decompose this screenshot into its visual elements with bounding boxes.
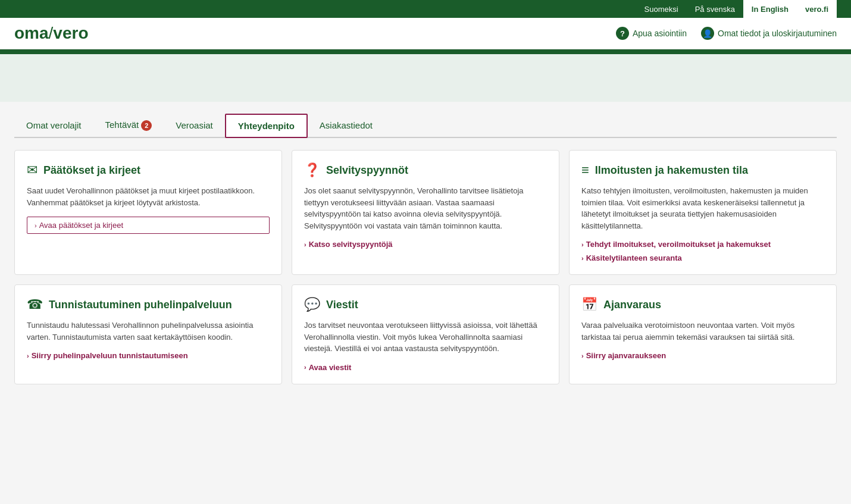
person-icon: 👤 [701, 27, 714, 40]
card-links-viestit: › Avaa viestit [304, 363, 547, 372]
banner-area [0, 54, 851, 102]
card-icon-ilmoitusten-tila: ≡ [581, 162, 589, 178]
green-divider-bar [0, 49, 851, 54]
lang-suomeksi[interactable]: Suomeksi [636, 0, 687, 18]
lang-verofi[interactable]: vero.fi [797, 0, 837, 18]
card-link-ilmoitusten-tila-0[interactable]: › Tehdyt ilmoitukset, veroilmoitukset ja… [581, 240, 824, 249]
card-heading-viestit: Viestit [326, 299, 358, 311]
card-description-ajanvaraus: Varaa palveluaika verotoimistoon neuvont… [581, 320, 824, 343]
card-link-ilmoitusten-tila-1[interactable]: › Käsitelytilanteen seuranta [581, 253, 824, 262]
chevron-right-icon: › [27, 352, 29, 359]
tab-veroasiat[interactable]: Veroasiat [164, 114, 225, 136]
card-description-tunnistautuminen: Tunnistaudu halutessasi Verohallinnon pu… [27, 320, 270, 343]
card-description-paatokset: Saat uudet Verohallinnon päätökset ja mu… [27, 185, 270, 208]
header-actions: ? Apua asiointiin 👤 Omat tiedot ja ulosk… [616, 27, 837, 40]
card-title-ilmoitusten-tila: ≡Ilmoitusten ja hakemusten tila [581, 162, 824, 178]
help-link[interactable]: ? Apua asiointiin [616, 27, 687, 40]
card-links-paatokset: › Avaa päätökset ja kirjeet [27, 217, 270, 234]
logo-oma: oma [14, 24, 49, 42]
card-icon-viestit: 💬 [304, 297, 320, 312]
card-description-ilmoitusten-tila: Katso tehtyjen ilmoitusten, veroilmoitus… [581, 185, 824, 231]
tab-tehtavat[interactable]: Tehtävät2 [93, 114, 164, 137]
card-heading-tunnistautuminen: Tunnistautuminen puhelinpalveluun [49, 299, 232, 311]
lang-english[interactable]: In English [743, 0, 797, 18]
card-viestit: 💬ViestitJos tarvitset neuvontaa verotuks… [292, 284, 559, 384]
card-ilmoitusten-tila: ≡Ilmoitusten ja hakemusten tilaKatso teh… [569, 150, 837, 275]
main-content: Omat verolajitTehtävät2VeroasiatYhteyden… [0, 102, 851, 408]
cards-grid: ✉Päätökset ja kirjeetSaat uudet Verohall… [14, 150, 837, 384]
card-links-ilmoitusten-tila: › Tehdyt ilmoitukset, veroilmoitukset ja… [581, 240, 824, 262]
chevron-right-icon: › [304, 364, 306, 371]
help-icon: ? [616, 27, 629, 40]
card-description-selvityspyynnot: Jos olet saanut selvityspyynnön, Verohal… [304, 185, 547, 231]
tab-yhteydenpito[interactable]: Yhteydenpito [225, 114, 308, 138]
card-link-viestit-0[interactable]: › Avaa viestit [304, 363, 547, 372]
chevron-right-icon: › [35, 222, 37, 229]
tab-badge-tehtavat: 2 [141, 120, 152, 131]
help-label: Apua asiointiin [633, 29, 687, 38]
card-link-paatokset-0[interactable]: › Avaa päätökset ja kirjeet [27, 217, 270, 234]
chevron-right-icon: › [581, 241, 584, 248]
card-description-viestit: Jos tarvitset neuvontaa verotukseen liit… [304, 320, 547, 355]
account-label: Omat tiedot ja uloskirjautuminen [718, 29, 837, 38]
header: oma/vero ? Apua asiointiin 👤 Omat tiedot… [0, 18, 851, 49]
card-heading-paatokset: Päätökset ja kirjeet [43, 164, 140, 177]
account-link[interactable]: 👤 Omat tiedot ja uloskirjautuminen [701, 27, 837, 40]
card-heading-ajanvaraus: Ajanvaraus [603, 299, 661, 311]
card-link-ajanvaraus-0[interactable]: › Siirry ajanvaraukseen [581, 351, 824, 360]
card-heading-selvityspyynnot: Selvityspyynnöt [326, 164, 408, 177]
main-tabs: Omat verolajitTehtävät2VeroasiatYhteyden… [14, 102, 837, 138]
card-title-tunnistautuminen: ☎Tunnistautuminen puhelinpalveluun [27, 297, 270, 312]
tab-asiakastiedot[interactable]: Asiakastiedot [308, 114, 384, 136]
card-links-ajanvaraus: › Siirry ajanvaraukseen [581, 351, 824, 360]
chevron-right-icon: › [581, 352, 584, 359]
lang-svenska[interactable]: På svenska [687, 0, 743, 18]
card-tunnistautuminen: ☎Tunnistautuminen puhelinpalveluunTunnis… [14, 284, 282, 384]
card-selvityspyynnot: ❓SelvityspyynnötJos olet saanut selvitys… [292, 150, 559, 275]
card-title-paatokset: ✉Päätökset ja kirjeet [27, 162, 270, 178]
card-link-tunnistautuminen-0[interactable]: › Siirry puhelinpalveluun tunnistautumis… [27, 351, 270, 360]
logo-vero: vero [53, 24, 88, 42]
card-icon-ajanvaraus: 📅 [581, 297, 597, 312]
card-links-tunnistautuminen: › Siirry puhelinpalveluun tunnistautumis… [27, 351, 270, 360]
card-icon-tunnistautuminen: ☎ [27, 297, 43, 312]
card-icon-selvityspyynnot: ❓ [304, 162, 320, 178]
card-icon-paatokset: ✉ [27, 162, 37, 178]
logo-text: oma/vero [14, 25, 89, 42]
card-title-selvityspyynnot: ❓Selvityspyynnöt [304, 162, 547, 178]
card-heading-ilmoitusten-tila: Ilmoitusten ja hakemusten tila [595, 164, 748, 177]
chevron-right-icon: › [581, 255, 584, 262]
card-link-selvityspyynnot-0[interactable]: › Katso selvityspyyntöjä [304, 240, 547, 249]
card-title-viestit: 💬Viestit [304, 297, 547, 312]
card-links-selvityspyynnot: › Katso selvityspyyntöjä [304, 240, 547, 249]
language-bar: Suomeksi På svenska In English vero.fi [0, 0, 851, 18]
chevron-right-icon: › [304, 241, 306, 248]
card-ajanvaraus: 📅AjanvarausVaraa palveluaika verotoimist… [569, 284, 837, 384]
card-paatokset: ✉Päätökset ja kirjeetSaat uudet Verohall… [14, 150, 282, 275]
logo[interactable]: oma/vero [14, 25, 89, 42]
tab-verolajit[interactable]: Omat verolajit [14, 114, 93, 136]
card-title-ajanvaraus: 📅Ajanvaraus [581, 297, 824, 312]
